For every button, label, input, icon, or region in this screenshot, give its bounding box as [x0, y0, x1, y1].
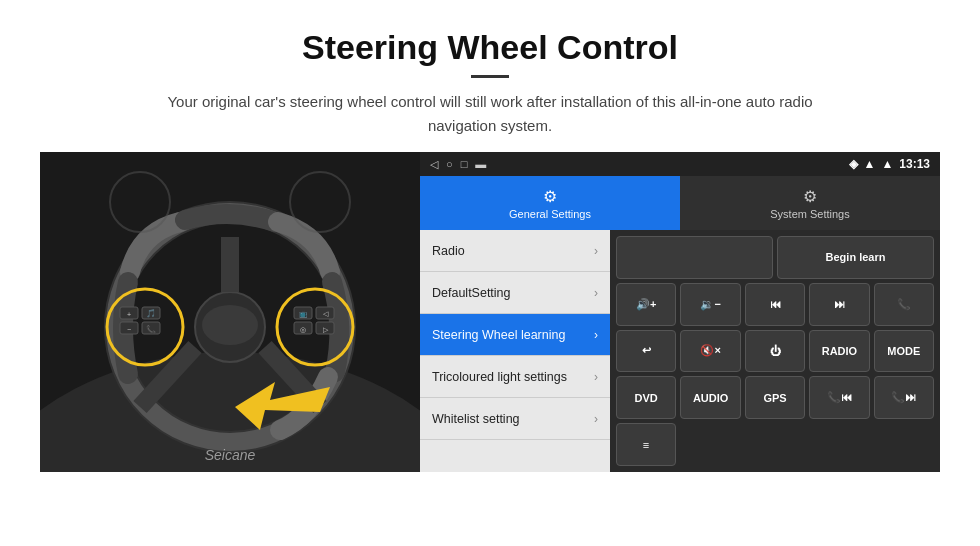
controls-top-row: Begin learn — [616, 236, 934, 279]
prev-button[interactable]: ⏮ — [745, 283, 805, 326]
vol-up-button[interactable]: 🔊+ — [616, 283, 676, 326]
tab-system-settings[interactable]: ⚙ System Settings — [680, 176, 940, 230]
mute-icon: 🔇× — [700, 344, 720, 357]
svg-point-5 — [202, 305, 258, 345]
left-menu: Radio › DefaultSetting › Steering Wheel … — [420, 230, 610, 472]
time-display: 13:13 — [899, 157, 930, 171]
dvd-label: DVD — [635, 392, 658, 404]
content-area: + − 🎵 📞 📺 ◎ ◁ ▷ — [40, 152, 940, 472]
back-nav-icon[interactable]: ◁ — [430, 158, 438, 171]
power-icon: ⏻ — [770, 345, 781, 357]
prev-icon: ⏮ — [770, 298, 781, 310]
svg-text:−: − — [127, 326, 131, 333]
radio-label: RADIO — [822, 345, 857, 357]
controls-row-4: ≡ — [616, 423, 934, 466]
title-section: Steering Wheel Control Your original car… — [40, 28, 940, 138]
call-next-button[interactable]: 📞⏭ — [874, 376, 934, 419]
menu-nav-icon[interactable]: ▬ — [475, 158, 486, 170]
vol-down-button[interactable]: 🔉− — [680, 283, 740, 326]
phone-icon: 📞 — [897, 298, 911, 311]
panel-content: Radio › DefaultSetting › Steering Wheel … — [420, 230, 940, 472]
mute-button[interactable]: 🔇× — [680, 330, 740, 373]
general-settings-label: General Settings — [509, 208, 591, 220]
next-button[interactable]: ⏭ — [809, 283, 869, 326]
system-settings-label: System Settings — [770, 208, 849, 220]
android-panel: ◁ ○ □ ▬ ◈ ▲ ▲ 13:13 ⚙ General Settings — [420, 152, 940, 472]
title-divider — [471, 75, 509, 78]
call-prev-icon: 📞⏮ — [827, 391, 852, 404]
home-nav-icon[interactable]: ○ — [446, 158, 453, 170]
steering-wheel-image: + − 🎵 📞 📺 ◎ ◁ ▷ — [40, 152, 420, 472]
tab-general-settings[interactable]: ⚙ General Settings — [420, 176, 680, 230]
chevron-icon: › — [594, 412, 598, 426]
status-right: ◈ ▲ ▲ 13:13 — [849, 157, 930, 171]
audio-button[interactable]: AUDIO — [680, 376, 740, 419]
hang-up-button[interactable]: ↩ — [616, 330, 676, 373]
chevron-icon: › — [594, 328, 598, 342]
controls-row-3: DVD AUDIO GPS 📞⏮ 📞⏭ — [616, 376, 934, 419]
controls-row-1: 🔊+ 🔉− ⏮ ⏭ 📞 — [616, 283, 934, 326]
list-icon: ≡ — [643, 439, 649, 451]
svg-text:Seicane: Seicane — [205, 447, 256, 463]
power-button[interactable]: ⏻ — [745, 330, 805, 373]
audio-label: AUDIO — [693, 392, 728, 404]
chevron-icon: › — [594, 286, 598, 300]
general-settings-icon: ⚙ — [543, 187, 557, 206]
location-icon: ◈ — [849, 157, 858, 171]
recent-nav-icon[interactable]: □ — [461, 158, 468, 170]
svg-text:◎: ◎ — [300, 326, 306, 333]
begin-learn-button[interactable]: Begin learn — [777, 236, 934, 279]
next-icon: ⏭ — [834, 298, 845, 310]
vol-down-icon: 🔉− — [700, 298, 720, 311]
chevron-icon: › — [594, 370, 598, 384]
mode-label: MODE — [887, 345, 920, 357]
svg-text:📞: 📞 — [146, 324, 156, 334]
tab-bar: ⚙ General Settings ⚙ System Settings — [420, 176, 940, 230]
gps-label: GPS — [763, 392, 786, 404]
page-container: Steering Wheel Control Your original car… — [0, 0, 980, 492]
mode-button[interactable]: MODE — [874, 330, 934, 373]
menu-item-radio[interactable]: Radio › — [420, 230, 610, 272]
svg-text:🎵: 🎵 — [146, 308, 156, 318]
menu-item-whitelist[interactable]: Whitelist setting › — [420, 398, 610, 440]
right-controls-area: Begin learn 🔊+ 🔉− ⏮ — [610, 230, 940, 472]
phone-button[interactable]: 📞 — [874, 283, 934, 326]
menu-item-default-setting[interactable]: DefaultSetting › — [420, 272, 610, 314]
system-settings-icon: ⚙ — [803, 187, 817, 206]
list-button[interactable]: ≡ — [616, 423, 676, 466]
call-prev-button[interactable]: 📞⏮ — [809, 376, 869, 419]
wifi-icon: ▲ — [881, 157, 893, 171]
controls-row-2: ↩ 🔇× ⏻ RADIO MODE — [616, 330, 934, 373]
status-nav-icons: ◁ ○ □ ▬ — [430, 158, 486, 171]
menu-item-steering-wheel[interactable]: Steering Wheel learning › — [420, 314, 610, 356]
subtitle: Your original car's steering wheel contr… — [140, 90, 840, 138]
svg-text:📺: 📺 — [299, 309, 308, 318]
menu-item-tricoloured[interactable]: Tricoloured light settings › — [420, 356, 610, 398]
status-bar: ◁ ○ □ ▬ ◈ ▲ ▲ 13:13 — [420, 152, 940, 176]
gps-button[interactable]: GPS — [745, 376, 805, 419]
chevron-icon: › — [594, 244, 598, 258]
call-next-icon: 📞⏭ — [891, 391, 916, 404]
radio-button[interactable]: RADIO — [809, 330, 869, 373]
dvd-button[interactable]: DVD — [616, 376, 676, 419]
vol-up-icon: 🔊+ — [636, 298, 656, 311]
page-title: Steering Wheel Control — [40, 28, 940, 67]
hang-up-icon: ↩ — [642, 344, 651, 357]
signal-icon: ▲ — [864, 157, 876, 171]
empty-display-box — [616, 236, 773, 279]
svg-text:+: + — [127, 311, 131, 318]
